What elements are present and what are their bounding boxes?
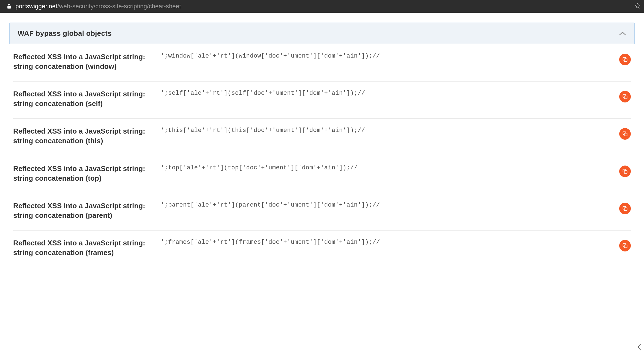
copy-icon xyxy=(623,169,627,174)
copy-icon xyxy=(623,131,627,136)
svg-rect-8 xyxy=(624,170,627,173)
copy-icon xyxy=(623,206,627,211)
svg-rect-4 xyxy=(624,96,627,99)
url-path: /web-security/cross-site-scripting/cheat… xyxy=(57,3,181,10)
bookmark-star-icon[interactable] xyxy=(635,3,641,10)
svg-rect-10 xyxy=(624,208,627,210)
copy-button[interactable] xyxy=(619,240,631,251)
entry-row: Reflected XSS into a JavaScript string: … xyxy=(13,193,631,231)
svg-rect-0 xyxy=(7,6,11,9)
entry-title: Reflected XSS into a JavaScript string: … xyxy=(13,52,161,71)
svg-rect-12 xyxy=(624,245,627,248)
entries-list: Reflected XSS into a JavaScript string: … xyxy=(9,44,635,267)
copy-button[interactable] xyxy=(619,128,631,140)
content-area: WAF bypass global objects Reflected XSS … xyxy=(0,13,644,267)
copy-icon xyxy=(623,57,627,62)
entry-row: Reflected XSS into a JavaScript string: … xyxy=(13,156,631,193)
section-title: WAF bypass global objects xyxy=(18,29,112,38)
entry-actions xyxy=(614,164,631,177)
copy-button[interactable] xyxy=(619,166,631,177)
chevron-left-icon[interactable] xyxy=(637,343,642,352)
entry-code: ';top['ale'+'rt'](top['doc'+'ument']['do… xyxy=(161,164,614,171)
copy-icon xyxy=(623,94,627,99)
copy-button[interactable] xyxy=(619,54,631,65)
entry-row: Reflected XSS into a JavaScript string: … xyxy=(13,119,631,156)
entry-code: ';this['ale'+'rt'](this['doc'+'ument']['… xyxy=(161,126,614,134)
copy-button[interactable] xyxy=(619,203,631,214)
copy-button[interactable] xyxy=(619,91,631,102)
lock-icon xyxy=(7,4,12,9)
chevron-up-icon xyxy=(619,31,626,36)
entry-title: Reflected XSS into a JavaScript string: … xyxy=(13,126,161,146)
svg-rect-6 xyxy=(624,133,627,136)
svg-rect-2 xyxy=(624,59,627,62)
entry-title: Reflected XSS into a JavaScript string: … xyxy=(13,238,161,258)
entry-code: ';window['ale'+'rt'](window['doc'+'ument… xyxy=(161,52,614,59)
url-host: portswigger.net xyxy=(15,3,57,10)
entry-code: ';frames['ale'+'rt'](frames['doc'+'ument… xyxy=(161,238,614,246)
entry-title: Reflected XSS into a JavaScript string: … xyxy=(13,201,161,220)
browser-url-bar[interactable]: portswigger.net/web-security/cross-site-… xyxy=(0,0,644,13)
entry-actions xyxy=(614,201,631,214)
entry-actions xyxy=(614,52,631,65)
entry-row: Reflected XSS into a JavaScript string: … xyxy=(13,231,631,267)
entry-actions xyxy=(614,89,631,102)
entry-code: ';parent['ale'+'rt'](parent['doc'+'ument… xyxy=(161,201,614,208)
entry-actions xyxy=(614,238,631,251)
entry-actions xyxy=(614,126,631,140)
entry-row: Reflected XSS into a JavaScript string: … xyxy=(13,82,631,119)
entry-code: ';self['ale'+'rt'](self['doc'+'ument']['… xyxy=(161,89,614,97)
url-text: portswigger.net/web-security/cross-site-… xyxy=(15,3,181,10)
section-header[interactable]: WAF bypass global objects xyxy=(9,23,635,44)
copy-icon xyxy=(623,243,627,248)
entry-title: Reflected XSS into a JavaScript string: … xyxy=(13,164,161,183)
entry-title: Reflected XSS into a JavaScript string: … xyxy=(13,89,161,109)
entry-row: Reflected XSS into a JavaScript string: … xyxy=(13,44,631,82)
